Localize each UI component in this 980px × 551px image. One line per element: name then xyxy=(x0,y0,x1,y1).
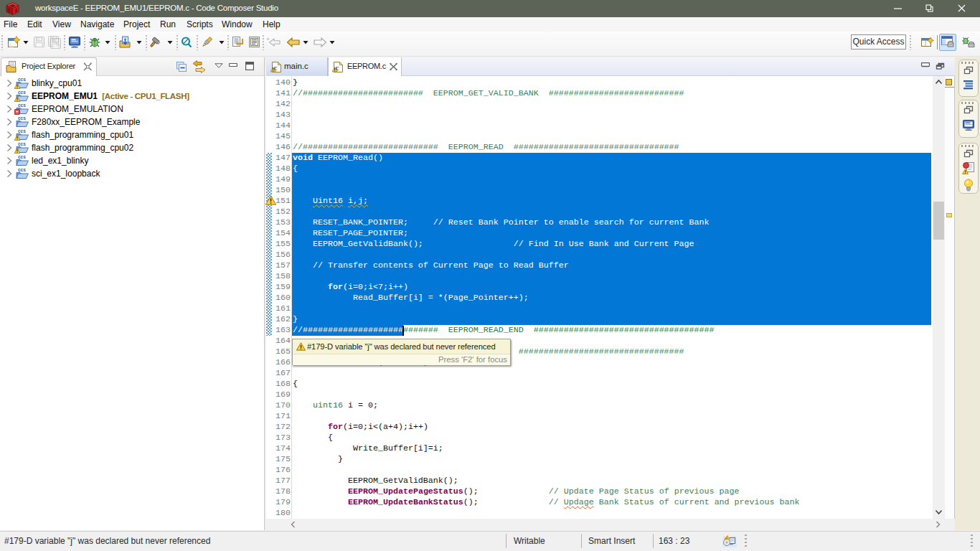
svg-text:ccs: ccs xyxy=(18,77,26,82)
svg-text:ccs: ccs xyxy=(18,103,26,108)
svg-text:ccs: ccs xyxy=(18,90,26,95)
svg-text:ccs: ccs xyxy=(18,116,26,121)
svg-text:ccs: ccs xyxy=(18,154,26,159)
svg-text:ccs: ccs xyxy=(18,128,26,133)
svg-text:ccs: ccs xyxy=(18,167,26,172)
svg-text:ccs: ccs xyxy=(18,141,26,146)
